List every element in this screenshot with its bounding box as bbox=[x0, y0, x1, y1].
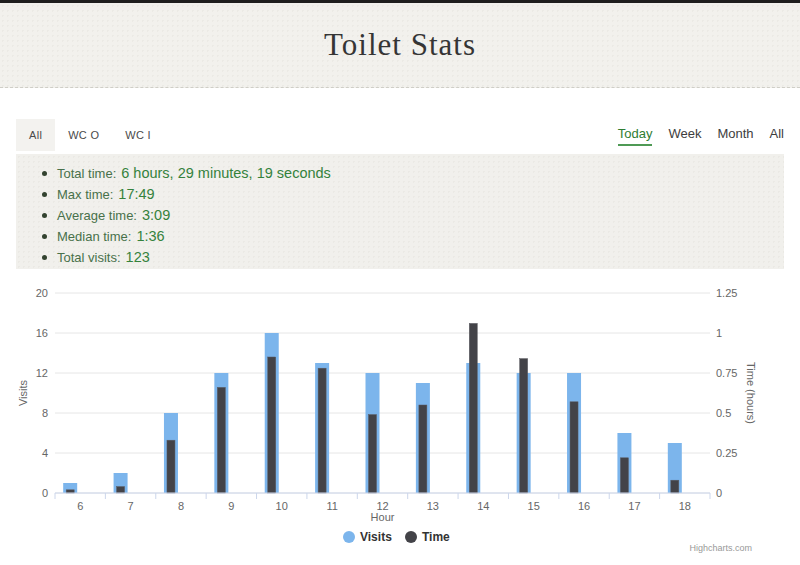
stat-total-visits: Total visits: 123 bbox=[42, 250, 784, 265]
y-left-tick-label: 16 bbox=[36, 327, 48, 339]
app-header: Toilet Stats bbox=[0, 3, 800, 88]
y-left-tick-label: 0 bbox=[42, 487, 48, 499]
time-bar[interactable] bbox=[268, 357, 276, 493]
time-bar[interactable] bbox=[318, 368, 326, 493]
bullet-icon bbox=[42, 171, 47, 176]
y-right-tick-label: 0.25 bbox=[716, 447, 737, 459]
legend-time-icon[interactable] bbox=[405, 531, 417, 543]
x-tick-label: 14 bbox=[477, 500, 489, 512]
range-week[interactable]: Week bbox=[668, 126, 701, 146]
stat-average-time: Average time: 3:09 bbox=[42, 208, 784, 223]
legend-visits-icon[interactable] bbox=[343, 531, 355, 543]
bullet-icon bbox=[42, 192, 47, 197]
stat-label: Average time: bbox=[57, 208, 137, 223]
x-axis-title: Hour bbox=[371, 511, 395, 523]
stat-total-time: Total time: 6 hours, 29 minutes, 19 seco… bbox=[42, 166, 784, 181]
bullet-icon bbox=[42, 255, 47, 260]
stat-max-time: Max time: 17:49 bbox=[42, 187, 784, 202]
stat-label: Total visits: bbox=[57, 250, 121, 265]
stat-value: 17:49 bbox=[118, 187, 154, 202]
x-tick-label: 7 bbox=[128, 500, 134, 512]
stat-label: Total time: bbox=[57, 166, 116, 181]
y-left-tick-label: 4 bbox=[42, 447, 48, 459]
time-bar[interactable] bbox=[369, 415, 377, 493]
y-right-tick-label: 1.25 bbox=[716, 287, 737, 299]
stats-list: Total time: 6 hours, 29 minutes, 19 seco… bbox=[42, 166, 784, 265]
stat-value: 1:36 bbox=[136, 229, 164, 244]
stat-value: 3:09 bbox=[142, 208, 170, 223]
x-tick-label: 6 bbox=[77, 500, 83, 512]
x-tick-label: 11 bbox=[326, 500, 337, 512]
stat-median-time: Median time: 1:36 bbox=[42, 229, 784, 244]
range-today[interactable]: Today bbox=[618, 126, 653, 146]
y-right-tick-label: 0 bbox=[716, 487, 722, 499]
y-right-tick-label: 0.75 bbox=[716, 367, 737, 379]
time-bar[interactable] bbox=[419, 405, 427, 493]
stat-value: 6 hours, 29 minutes, 19 seconds bbox=[121, 166, 331, 181]
x-tick-label: 8 bbox=[178, 500, 184, 512]
y-left-tick-label: 8 bbox=[42, 407, 48, 419]
y-left-tick-label: 12 bbox=[36, 367, 48, 379]
y-left-axis-title: Visits bbox=[17, 379, 29, 406]
range-selector: Today Week Month All bbox=[618, 126, 784, 146]
tab-wc-i[interactable]: WC I bbox=[112, 119, 164, 151]
x-tick-label: 10 bbox=[276, 500, 288, 512]
stat-label: Median time: bbox=[57, 229, 131, 244]
x-tick-label: 18 bbox=[679, 500, 691, 512]
x-tick-label: 9 bbox=[228, 500, 234, 512]
x-tick-label: 16 bbox=[578, 500, 590, 512]
legend-item-visits[interactable]: Visits bbox=[360, 530, 392, 544]
page-title: Toilet Stats bbox=[324, 27, 476, 63]
x-tick-label: 17 bbox=[628, 500, 640, 512]
stats-chart: 0040.2580.5120.75161201.2567891011121314… bbox=[0, 278, 800, 565]
stats-panel: Total time: 6 hours, 29 minutes, 19 seco… bbox=[16, 154, 784, 269]
range-month[interactable]: Month bbox=[717, 126, 753, 146]
stat-label: Max time: bbox=[57, 187, 113, 202]
bullet-icon bbox=[42, 213, 47, 218]
x-tick-label: 13 bbox=[427, 500, 439, 512]
legend-item-time[interactable]: Time bbox=[422, 530, 450, 544]
time-bar[interactable] bbox=[520, 359, 528, 493]
highcharts-container: 0040.2580.5120.75161201.2567891011121314… bbox=[0, 278, 800, 565]
y-left-tick-label: 20 bbox=[36, 287, 48, 299]
x-tick-label: 15 bbox=[528, 500, 540, 512]
y-right-tick-label: 0.5 bbox=[716, 407, 731, 419]
wc-tabs: All WC O WC I bbox=[16, 119, 164, 151]
time-bar[interactable] bbox=[620, 458, 628, 493]
time-bar[interactable] bbox=[671, 480, 679, 493]
y-right-axis-title: Time (hours) bbox=[745, 362, 757, 424]
toolbar: All WC O WC I Today Week Month All bbox=[16, 119, 784, 153]
time-bar[interactable] bbox=[167, 440, 175, 493]
tab-all[interactable]: All bbox=[16, 119, 55, 151]
bullet-icon bbox=[42, 234, 47, 239]
time-bar[interactable] bbox=[469, 323, 477, 493]
time-bar[interactable] bbox=[570, 402, 578, 493]
range-all[interactable]: All bbox=[770, 126, 784, 146]
highcharts-credit-link[interactable]: Highcharts.com bbox=[689, 543, 752, 553]
tab-wc-o[interactable]: WC O bbox=[55, 119, 112, 151]
y-right-tick-label: 1 bbox=[716, 327, 722, 339]
stat-value: 123 bbox=[126, 250, 150, 265]
time-bar[interactable] bbox=[117, 487, 125, 493]
time-bar[interactable] bbox=[217, 387, 225, 493]
